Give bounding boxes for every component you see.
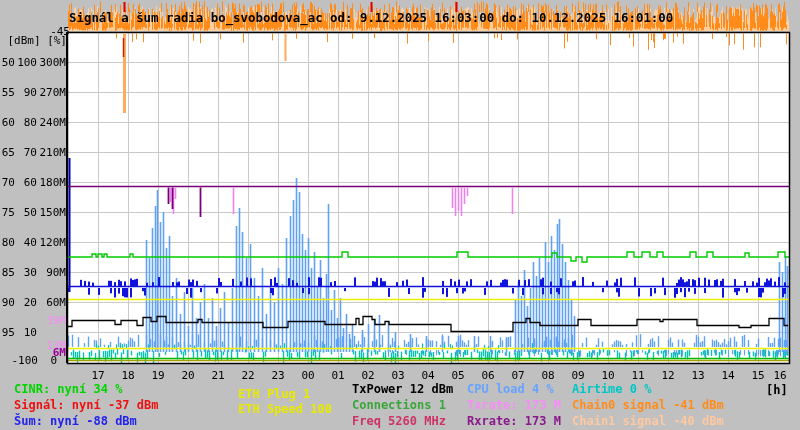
- x-tick-hour: 02: [355, 370, 381, 381]
- x-tick-hour: 22: [235, 370, 261, 381]
- legend-chain1: Chain1 signal -40 dBm: [572, 415, 724, 427]
- y-axis-units: [dBm] [%]: [0, 35, 67, 46]
- y-tick-rate: 240M: [26, 117, 66, 128]
- x-tick-hour: 23: [265, 370, 291, 381]
- y-tick-rate: 180M: [26, 177, 66, 188]
- legend-eth-speed: ETH Speed 100: [238, 403, 332, 415]
- legend-freq: Freq 5260 MHz: [352, 415, 446, 427]
- y-marker-6M: 6M: [26, 347, 66, 358]
- x-tick-hour: 19: [145, 370, 171, 381]
- legend-eth-plug: ETH Plug 1: [238, 388, 310, 400]
- y-tick-rate: 120M: [26, 237, 66, 248]
- y-tick-rate: 150M: [26, 207, 66, 218]
- x-tick-hour: 18: [115, 370, 141, 381]
- legend-connections: Connections 1: [352, 399, 446, 411]
- x-tick-hour: 05: [445, 370, 471, 381]
- x-axis-unit: [h]: [766, 384, 788, 396]
- x-tick-hour: 09: [565, 370, 591, 381]
- chart-canvas: [0, 0, 800, 430]
- legend-chain0: Chain0 signal -41 dBm: [572, 399, 724, 411]
- radio-monitor-chart: Signál a šum radia bo_svobodova_ac od: 9…: [0, 0, 800, 430]
- x-tick-hour: 08: [535, 370, 561, 381]
- y-tick-pct: 10: [7, 327, 37, 338]
- legend-signal: Signál: nyní -37 dBm: [14, 399, 159, 411]
- legend-airtime: Airtime 0 %: [572, 383, 651, 395]
- x-tick-hour: 10: [595, 370, 621, 381]
- legend-sum-noise: Šum: nyní -88 dBm: [14, 415, 137, 427]
- x-tick-hour: 16: [767, 370, 793, 381]
- x-tick-hour: 17: [85, 370, 111, 381]
- x-tick-hour: 11: [625, 370, 651, 381]
- x-tick-hour: 07: [505, 370, 531, 381]
- legend-cpu-load: CPU load 4 %: [467, 383, 554, 395]
- y-tick-rate: 60M: [26, 297, 66, 308]
- legend-txrate: Txrate: 173 M: [467, 399, 561, 411]
- y-tick-rate: 90M: [26, 267, 66, 278]
- y-marker-39M: 39M: [26, 315, 66, 326]
- legend-cinr: CINR: nyní 34 %: [14, 383, 122, 395]
- x-tick-hour: 06: [475, 370, 501, 381]
- y-tick-rate: 210M: [26, 147, 66, 158]
- x-tick-hour: 14: [715, 370, 741, 381]
- legend-txpower: TxPower 12 dBm: [352, 383, 453, 395]
- y-tick-rate: 270M: [26, 87, 66, 98]
- x-tick-hour: 04: [415, 370, 441, 381]
- legend-rxrate: Rxrate: 173 M: [467, 415, 561, 427]
- x-tick-hour: 03: [385, 370, 411, 381]
- x-tick-hour: 21: [205, 370, 231, 381]
- x-tick-hour: 01: [325, 370, 351, 381]
- chart-title: Signál a šum radia bo_svobodova_ac od: 9…: [69, 11, 673, 24]
- y-tick-rate: 300M: [26, 57, 66, 68]
- x-tick-hour: 13: [685, 370, 711, 381]
- x-tick-hour: 00: [295, 370, 321, 381]
- x-tick-hour: 20: [175, 370, 201, 381]
- x-tick-hour: 12: [655, 370, 681, 381]
